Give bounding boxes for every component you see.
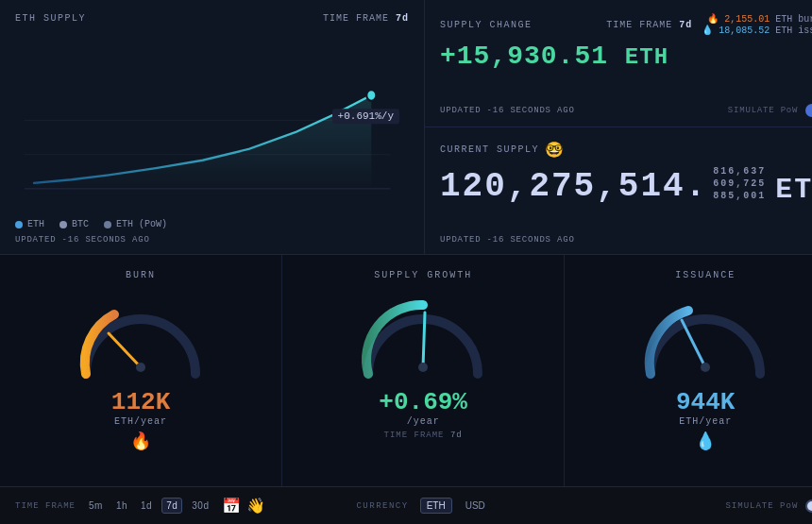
legend-eth-pow-dot	[104, 221, 111, 228]
eth-supply-panel: ETH SUPPLY TIME FRAME 7d	[0, 0, 425, 254]
svg-line-6	[423, 313, 425, 367]
supply-change-title: SUPPLY CHANGE	[440, 20, 533, 30]
simulate-pow-toggle[interactable]	[805, 104, 812, 117]
svg-point-9	[701, 363, 710, 372]
settings-icon[interactable]: 👋	[246, 497, 265, 516]
issued-amount: 💧 18,085.52 ETH issued	[702, 25, 812, 36]
supply-growth-timeframe: TIME FRAME 7d	[384, 431, 463, 440]
eth-supply-title: ETH SUPPLY	[15, 13, 86, 24]
supply-growth-gauge	[347, 284, 499, 397]
supply-change-value: +15,930.51 ETH	[440, 42, 668, 71]
svg-line-8	[682, 320, 705, 367]
legend-eth: ETH	[15, 219, 44, 229]
supply-change-details: 🔥 2,155.01 ETH burned 💧 18,085.52 ETH is…	[702, 13, 812, 36]
legend-eth-label: ETH	[27, 219, 44, 229]
current-supply-title: CURRENT SUPPLY	[440, 144, 539, 155]
toggle-knob-bottom	[807, 501, 812, 511]
legend-btc: BTC	[59, 219, 89, 229]
issuance-gauge	[630, 284, 781, 397]
legend-btc-label: BTC	[72, 219, 89, 229]
legend-eth-pow-label: ETH (PoW)	[116, 219, 167, 229]
burn-unit: ETH/year	[114, 416, 167, 427]
svg-point-7	[418, 363, 428, 372]
current-supply-panel: CURRENT SUPPLY 🤓 120,275,514. 816,637 60…	[425, 127, 812, 255]
bottom-bar: TIME FRAME 5m 1h 1d 7d 30d 📅 👋 CURRENCY …	[0, 486, 812, 524]
svg-point-3	[366, 90, 376, 101]
svg-point-5	[136, 363, 145, 372]
issuance-icon: 💧	[695, 431, 716, 451]
burn-gauge	[65, 284, 216, 397]
current-supply-value: 120,275,514. 816,637 609,725 885,001 ETH	[440, 165, 812, 206]
supply-change-timeframe: TIME FRAME 7d	[606, 20, 692, 30]
supply-change-panel: SUPPLY CHANGE TIME FRAME 7d 🔥 2,155.01 E…	[425, 0, 812, 127]
currency-usd[interactable]: USD	[460, 499, 491, 513]
bottom-bar-center: CURRENCY ETH USD	[356, 498, 490, 514]
currency-label: CURRENCY	[356, 501, 408, 511]
current-supply-updated: UPDATED -16 SECONDS AGO	[440, 235, 812, 245]
svg-line-4	[109, 333, 141, 367]
simulate-pow-row: SIMULATE PoW	[728, 104, 812, 117]
eth-supply-chart: +0.691%/y	[15, 29, 409, 211]
simulate-pow-label: SIMULATE PoW	[728, 106, 798, 115]
currency-eth[interactable]: ETH	[420, 498, 452, 514]
timeframe-1d[interactable]: 1d	[137, 499, 156, 513]
timeframe-30d[interactable]: 30d	[188, 499, 212, 513]
supply-growth-title: SUPPLY GROWTH	[374, 270, 472, 280]
timeframe-label: TIME FRAME	[15, 501, 76, 511]
burn-panel: BURN 11	[0, 255, 282, 524]
calendar-icon[interactable]: 📅	[222, 497, 241, 516]
burn-icon: 🔥	[130, 431, 151, 451]
eth-supply-updated: UPDATED -16 SECONDS AGO	[15, 235, 409, 245]
timeframe-5m[interactable]: 5m	[85, 499, 107, 513]
supply-change-updated: UPDATED -16 SECONDS AGO	[440, 106, 575, 115]
issuance-title: ISSUANCE	[675, 270, 736, 280]
bottom-bar-left: TIME FRAME 5m 1h 1d 7d 30d 📅 👋	[15, 497, 356, 516]
simulate-label: SIMULATE PoW	[725, 501, 798, 511]
supply-growth-panel: SUPPLY GROWTH +0.6	[282, 255, 565, 524]
issuance-unit: ETH/year	[679, 416, 732, 427]
supply-growth-unit: /year	[407, 416, 440, 427]
burned-amount: 🔥 2,155.01 ETH burned	[707, 13, 812, 25]
bottom-bar-right: SIMULATE PoW	[491, 499, 812, 513]
chart-legend: ETH BTC ETH (PoW)	[15, 219, 409, 229]
nerd-emoji: 🤓	[545, 141, 564, 160]
timeframe-1h[interactable]: 1h	[112, 499, 131, 513]
rate-label: +0.691%/y	[332, 109, 399, 124]
legend-eth-dot	[15, 221, 23, 228]
timeframe-7d[interactable]: 7d	[161, 498, 182, 514]
supply-decimals: 816,637 609,725 885,001	[713, 165, 766, 202]
simulate-pow-toggle-bottom[interactable]	[805, 499, 812, 513]
burn-title: BURN	[126, 270, 156, 280]
eth-supply-timeframe: TIME FRAME 7d	[323, 13, 409, 24]
legend-btc-dot	[59, 221, 67, 228]
issuance-panel: ISSUANCE 944K	[565, 255, 812, 524]
bottom-row: BURN 11	[0, 255, 812, 524]
legend-eth-pow: ETH (PoW)	[104, 219, 167, 229]
